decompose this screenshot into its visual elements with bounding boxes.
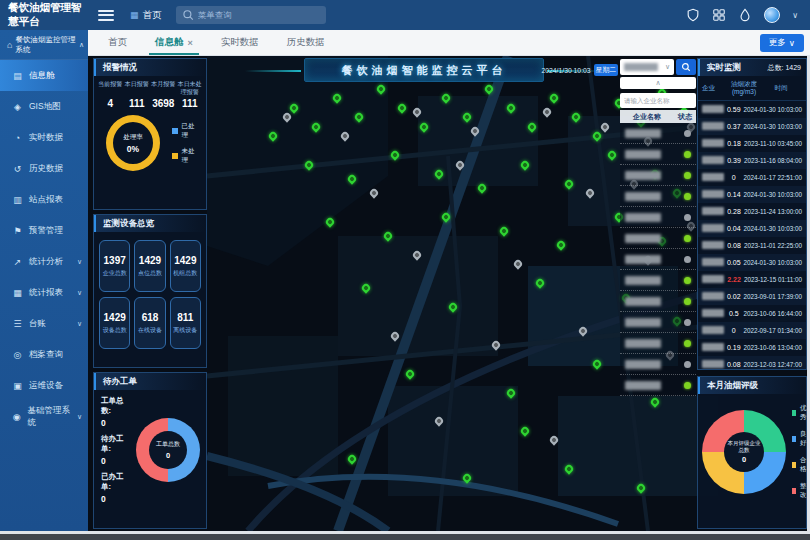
map-pin-online[interactable] [548, 92, 559, 103]
sidebar-item-统计报表[interactable]: ▦ 统计报表 ∨ [0, 277, 88, 308]
company-row[interactable] [620, 228, 696, 249]
realtime-row[interactable]: 0.37 2024-01-30 10:03:00 [698, 118, 806, 135]
map-pin-online[interactable] [353, 111, 364, 122]
map-pin-online[interactable] [325, 216, 336, 227]
menu-search-input[interactable] [198, 10, 320, 20]
company-row[interactable] [620, 123, 696, 144]
sidebar-item-信息舱[interactable]: ▤ 信息舱 [0, 60, 88, 91]
realtime-row[interactable]: 0.05 2024-01-30 10:03:00 [698, 254, 806, 271]
map-pin-offline[interactable] [491, 339, 502, 350]
chevron-down-icon[interactable]: ∨ [792, 11, 798, 20]
map-pin-online[interactable] [346, 453, 357, 464]
map-pin-online[interactable] [606, 149, 617, 160]
area-select[interactable]: ∨ [620, 59, 674, 75]
sidebar-item-档案查询[interactable]: ◎ 档案查询 [0, 339, 88, 370]
map-pin-offline[interactable] [512, 259, 523, 270]
sidebar-item-历史数据[interactable]: ↺ 历史数据 [0, 153, 88, 184]
sidebar-item-运维设备[interactable]: ▣ 运维设备 [0, 370, 88, 401]
map-pin-online[interactable] [418, 121, 429, 132]
map-pin-online[interactable] [476, 183, 487, 194]
map-pin-offline[interactable] [281, 111, 292, 122]
map-pin-online[interactable] [332, 92, 343, 103]
map-pin-online[interactable] [361, 282, 372, 293]
map-pin-online[interactable] [462, 472, 473, 483]
flame-icon[interactable] [738, 8, 752, 22]
map-pin-online[interactable] [440, 211, 451, 222]
home-shortcut[interactable]: ▦ 首页 [130, 9, 162, 22]
tab-信息舱[interactable]: 信息舱 × [141, 30, 207, 55]
tab-实时数据[interactable]: 实时数据 [207, 30, 273, 55]
more-button[interactable]: 更多∨ [760, 34, 804, 52]
realtime-row[interactable]: 0.39 2023-11-16 08:04:00 [698, 152, 806, 169]
sidebar-item-预警管理[interactable]: ⚑ 预警管理 [0, 215, 88, 246]
map-pin-online[interactable] [433, 168, 444, 179]
company-row[interactable] [620, 207, 696, 228]
realtime-row[interactable]: 0.08 2023-11-01 22:25:00 [698, 237, 806, 254]
map-pin-online[interactable] [649, 396, 660, 407]
map-pin-online[interactable] [520, 425, 531, 436]
map-pin-online[interactable] [505, 387, 516, 398]
map-pin-offline[interactable] [411, 249, 422, 260]
sidebar-item-GIS地图[interactable]: ◈ GIS地图 [0, 91, 88, 122]
sidebar-system-header[interactable]: ⌂ 餐饮油烟监控管理系统 ∧ [0, 30, 88, 60]
map-pin-offline[interactable] [469, 126, 480, 137]
map-pin-offline[interactable] [368, 187, 379, 198]
realtime-row[interactable]: 0.28 2023-11-24 13:00:00 [698, 203, 806, 220]
map-pin-online[interactable] [310, 121, 321, 132]
map-pin-online[interactable] [527, 121, 538, 132]
map-pin-online[interactable] [382, 230, 393, 241]
map-pin-online[interactable] [397, 102, 408, 113]
company-row[interactable] [620, 144, 696, 165]
company-row[interactable] [620, 354, 696, 375]
company-row[interactable] [620, 270, 696, 291]
shield-icon[interactable] [686, 8, 700, 22]
map-pin-online[interactable] [447, 301, 458, 312]
map-pin-online[interactable] [404, 368, 415, 379]
company-row[interactable] [620, 165, 696, 186]
apps-icon[interactable] [712, 8, 726, 22]
company-row[interactable] [620, 333, 696, 354]
map-pin-offline[interactable] [599, 121, 610, 132]
map-pin-online[interactable] [288, 102, 299, 113]
company-name-input[interactable] [620, 93, 696, 108]
realtime-row[interactable]: 0.5 2023-10-06 16:44:00 [698, 305, 806, 322]
map-pin-online[interactable] [505, 102, 516, 113]
close-icon[interactable]: × [188, 38, 193, 48]
map-pin-online[interactable] [462, 111, 473, 122]
map-pin-online[interactable] [570, 111, 581, 122]
tab-首页[interactable]: 首页 [94, 30, 141, 55]
company-row[interactable] [620, 249, 696, 270]
company-row[interactable] [620, 186, 696, 207]
realtime-row[interactable]: 0.59 2024-01-30 10:03:00 [698, 101, 806, 118]
map-pin-online[interactable] [375, 83, 386, 94]
map-pin-online[interactable] [534, 278, 545, 289]
map-pin-offline[interactable] [339, 130, 350, 141]
map-pin-online[interactable] [592, 130, 603, 141]
map-pin-offline[interactable] [455, 159, 466, 170]
map-pin-online[interactable] [483, 83, 494, 94]
company-row[interactable] [620, 291, 696, 312]
map-pin-online[interactable] [440, 92, 451, 103]
map-pin-offline[interactable] [585, 187, 596, 198]
collapse-bar[interactable]: ∧ [620, 77, 696, 89]
menu-toggle-icon[interactable] [98, 10, 114, 21]
sidebar-item-实时数据[interactable]: ◔ 实时数据 [0, 122, 88, 153]
map-pin-online[interactable] [563, 178, 574, 189]
menu-search[interactable] [176, 6, 326, 24]
map-pin-offline[interactable] [390, 330, 401, 341]
sidebar-item-统计分析[interactable]: ↗ 统计分析 ∨ [0, 246, 88, 277]
sidebar-item-台账[interactable]: ☰ 台账 ∨ [0, 308, 88, 339]
map-pin-online[interactable] [498, 225, 509, 236]
realtime-row[interactable]: 0.02 2023-09-01 17:39:00 [698, 288, 806, 305]
tab-历史数据[interactable]: 历史数据 [273, 30, 339, 55]
realtime-row[interactable]: 0 2024-01-17 22:51:00 [698, 169, 806, 186]
search-button[interactable] [676, 59, 696, 75]
company-row[interactable] [620, 375, 696, 396]
realtime-row[interactable]: 2.22 2023-12-15 01:11:00 [698, 271, 806, 288]
map-pin-online[interactable] [267, 130, 278, 141]
map-pin-online[interactable] [556, 240, 567, 251]
map-pin-online[interactable] [346, 173, 357, 184]
map-pin-offline[interactable] [577, 325, 588, 336]
realtime-row[interactable]: 0.04 2024-01-30 10:03:00 [698, 220, 806, 237]
map-pin-online[interactable] [520, 159, 531, 170]
